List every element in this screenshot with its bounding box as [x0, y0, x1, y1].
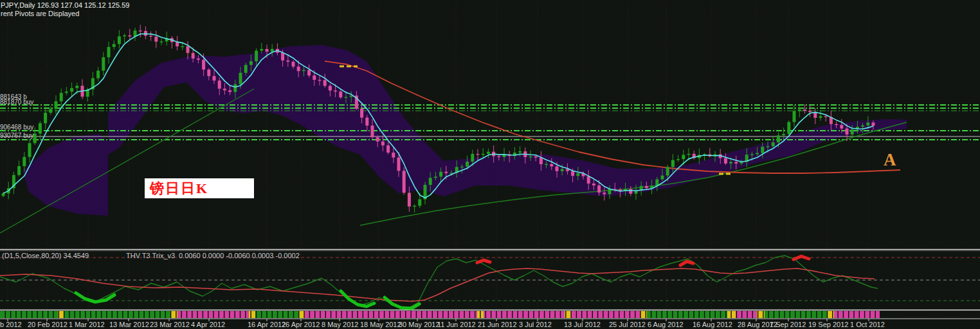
candle-body — [671, 160, 675, 167]
candle-body — [413, 206, 416, 207]
candle-body — [202, 60, 205, 70]
candle-body — [302, 70, 305, 71]
candle-body — [286, 61, 289, 62]
candle-body — [777, 135, 780, 142]
order-label-2: 881870 buy — [0, 99, 33, 106]
candle-body — [629, 189, 632, 194]
candle-body — [518, 151, 522, 153]
candle-body — [365, 118, 368, 126]
signal-strip-segment — [834, 311, 880, 318]
date-label: 30 May 2012 — [399, 321, 440, 328]
candle-body — [734, 162, 738, 164]
candle-body — [793, 111, 796, 122]
candle-body — [381, 142, 385, 146]
date-label: 13 Mar 2012 — [109, 321, 149, 328]
candle-body — [682, 155, 685, 159]
candle-body — [460, 167, 464, 167]
ichimoku-cloud — [108, 45, 444, 196]
candle-body — [597, 185, 601, 193]
ichimoku-cloud — [444, 153, 727, 196]
candle-body — [329, 86, 332, 90]
candle-body — [824, 116, 828, 117]
candle-body — [65, 91, 68, 93]
candle-body — [102, 57, 105, 71]
candle-body — [676, 159, 680, 160]
date-label: 21 Jun 2012 — [478, 321, 517, 328]
trix-signal-line — [0, 256, 878, 308]
candle-body — [197, 59, 200, 60]
candle-body — [55, 101, 58, 109]
candle-body — [376, 137, 379, 142]
candle-body — [439, 172, 442, 177]
candle-body — [571, 171, 574, 176]
date-label: 26 Apr 2012 — [282, 321, 320, 328]
pivots-status-text: rent Pivots are Displayed — [1, 10, 79, 17]
chart-text-note[interactable]: 镑日日K — [145, 178, 254, 198]
candle-body — [2, 193, 5, 196]
date-label: 1 Oct 2012 — [850, 321, 885, 328]
indicator-values-text: 0.0060 0.0000 -0.0060 0.0003 -0.0002 — [179, 252, 300, 259]
candle-body — [418, 200, 421, 206]
candle-body — [819, 116, 822, 118]
candle-body — [186, 46, 190, 53]
date-label: 1 Mar 2012 — [69, 321, 105, 328]
candle-body — [28, 143, 32, 156]
candle-body — [250, 61, 253, 65]
candle-body — [861, 126, 864, 127]
date-label: 16 Aug 2012 — [693, 321, 732, 328]
candle-body — [118, 36, 121, 44]
candle-body — [318, 80, 322, 80]
candle-body — [239, 73, 242, 84]
mt4-chart-window: PJPY,Daily 126.93 127.04 125.12 125.59 r… — [0, 0, 980, 329]
date-label: 23 Mar 2012 — [150, 321, 190, 328]
candle-body — [724, 158, 727, 164]
chart-letter-annotation[interactable]: A — [884, 150, 896, 170]
candle-body — [360, 109, 363, 118]
candle-body — [840, 125, 843, 128]
candle-body — [808, 111, 812, 112]
candle-body — [787, 122, 790, 135]
candle-body — [323, 80, 327, 86]
date-label: 13 Jul 2012 — [564, 321, 601, 328]
candle-body — [872, 122, 875, 126]
date-label: 7 Sep 2012 — [770, 321, 806, 328]
candle-body — [192, 53, 195, 59]
candle-body — [835, 124, 838, 125]
candle-body — [17, 166, 21, 175]
candle-body — [545, 164, 548, 165]
candle-body — [213, 76, 216, 80]
candle-body — [128, 35, 131, 37]
candle-body — [139, 30, 142, 31]
candle-body — [233, 84, 237, 92]
chart-canvas[interactable] — [0, 0, 980, 329]
trix-main-line — [0, 268, 875, 301]
candle-body — [297, 66, 300, 71]
date-axis[interactable]: b 201220 Feb 20121 Mar 201213 Mar 201223… — [0, 319, 980, 329]
candle-body — [23, 157, 26, 166]
candle-body — [576, 173, 579, 176]
candle-body — [386, 146, 390, 153]
candle-body — [476, 154, 480, 155]
candle-body — [96, 71, 100, 79]
candle-body — [223, 89, 226, 91]
candle-body — [160, 41, 163, 42]
candle-body — [260, 49, 263, 51]
candle-body — [529, 156, 532, 157]
candle-body — [750, 155, 754, 155]
candle-body — [592, 183, 595, 185]
candle-body — [534, 156, 538, 158]
candle-body — [255, 51, 258, 61]
candle-body — [403, 171, 406, 193]
candle-body — [466, 162, 469, 167]
candle-body — [75, 86, 78, 88]
candle-body — [550, 164, 553, 167]
signal-strip-segment — [484, 311, 565, 318]
sell-signal-mark — [794, 256, 809, 259]
signal-strip-segment — [0, 311, 58, 318]
candle-body — [729, 162, 732, 164]
candle-body — [207, 70, 210, 76]
candle-body — [228, 90, 231, 92]
date-label: b 2012 — [0, 321, 22, 328]
date-label: 20 Feb 2012 — [28, 321, 68, 328]
candle-body — [70, 88, 73, 91]
